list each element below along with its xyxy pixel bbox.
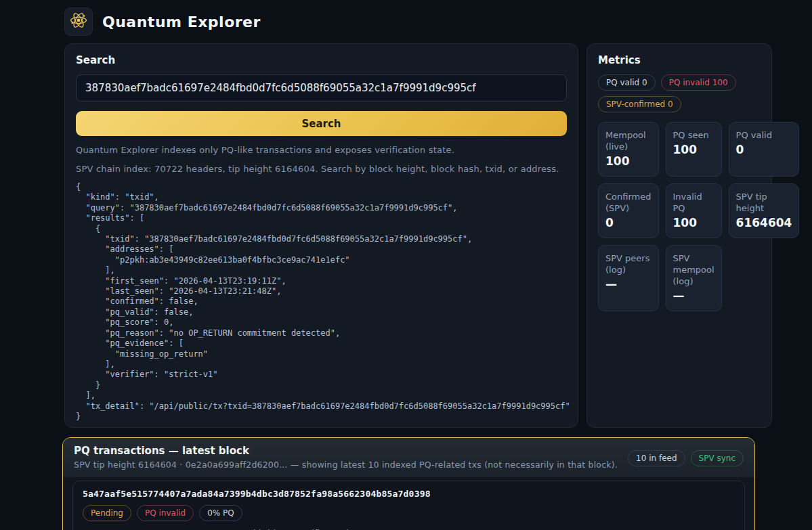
search-result-json: { "kind": "txid", "query": "387830aef7ba…	[76, 182, 567, 422]
stat-value: 6164604	[736, 216, 792, 229]
stat-label: Mempool (live)	[605, 129, 651, 152]
feed-badges: 10 in feed SPV sync	[628, 450, 744, 466]
stat-pq-valid: PQ valid 0	[729, 122, 800, 177]
badge-tx-pq-invalid: PQ invalid	[137, 505, 194, 521]
feed-body: 5a47aaf5e515774407a7ada84a7399b4dbc3d878…	[63, 477, 754, 530]
stat-value: 100	[673, 143, 714, 156]
feed-subtitle: SPV tip height 6164604 · 0e2a0a699aff2d6…	[74, 460, 618, 470]
search-input[interactable]	[76, 74, 567, 102]
search-button[interactable]: Search	[76, 111, 567, 136]
tx-txid: 5a47aaf5e515774407a7ada84a7399b4dbc3d878…	[83, 489, 735, 499]
feed-title: PQ transactions — latest block	[74, 445, 618, 457]
stat-spv-tip-height: SPV tip height 6164604	[729, 183, 800, 238]
app-logo[interactable]	[64, 7, 93, 36]
atom-icon	[69, 11, 88, 32]
app-header: Quantum Explorer	[0, 0, 812, 43]
stat-label: SPV tip height	[736, 191, 792, 214]
feed-header-text: PQ transactions — latest block SPV tip h…	[74, 445, 618, 470]
search-note-indexing: Quantum Explorer indexes only PQ-like tr…	[76, 145, 567, 155]
badge-pq-invalid: PQ invalid 100	[661, 74, 736, 91]
stat-invalid-pq: Invalid PQ 100	[666, 183, 722, 238]
metrics-badges: PQ valid 0 PQ invalid 100 SPV-confirmed …	[598, 74, 761, 112]
stat-value: 0	[736, 143, 792, 156]
badge-spv-sync: SPV sync	[691, 450, 744, 466]
badge-pq-score: 0% PQ	[199, 505, 242, 521]
tx-badges: Pending PQ invalid 0% PQ	[83, 505, 735, 521]
stat-value: 0	[605, 216, 651, 229]
badge-pending: Pending	[83, 505, 131, 521]
stat-value: 100	[673, 216, 714, 229]
feed-header: PQ transactions — latest block SPV tip h…	[63, 438, 754, 477]
stat-value: —	[605, 278, 651, 291]
stat-label: SPV mempool (log)	[673, 252, 714, 287]
stat-label: Confirmed (SPV)	[605, 191, 651, 214]
metrics-stats-grid: Mempool (live) 100 PQ seen 100 PQ valid …	[598, 122, 761, 311]
badge-feed-count: 10 in feed	[628, 450, 685, 466]
stat-confirmed-spv: Confirmed (SPV) 0	[598, 183, 659, 238]
stat-spv-mempool: SPV mempool (log) —	[666, 245, 722, 311]
pq-transactions-panel: PQ transactions — latest block SPV tip h…	[62, 437, 755, 530]
stat-value: 100	[605, 154, 651, 168]
metrics-panel-title: Metrics	[598, 54, 761, 66]
metrics-panel: Metrics PQ valid 0 PQ invalid 100 SPV-co…	[586, 43, 772, 428]
stat-label: PQ valid	[736, 129, 792, 141]
badge-pq-valid: PQ valid 0	[598, 74, 656, 91]
tx-row[interactable]: 5a47aaf5e515774407a7ada84a7399b4dbc3d878…	[72, 481, 745, 530]
page-title: Quantum Explorer	[102, 14, 261, 30]
main-content: Search Search Quantum Explorer indexes o…	[64, 43, 772, 428]
search-panel-title: Search	[76, 54, 567, 66]
badge-spv-confirmed: SPV-confirmed 0	[598, 96, 681, 112]
stat-pq-seen: PQ seen 100	[666, 122, 722, 177]
stat-label: Invalid PQ	[673, 191, 714, 214]
stat-label: SPV peers (log)	[605, 252, 651, 275]
search-panel: Search Search Quantum Explorer indexes o…	[64, 43, 578, 428]
stat-mempool-live: Mempool (live) 100	[598, 122, 659, 177]
search-note-spv-index: SPV chain index: 70722 headers, tip heig…	[76, 164, 567, 174]
stat-spv-peers: SPV peers (log) —	[598, 245, 659, 311]
stat-label: PQ seen	[673, 129, 714, 141]
stat-value: —	[673, 289, 714, 303]
